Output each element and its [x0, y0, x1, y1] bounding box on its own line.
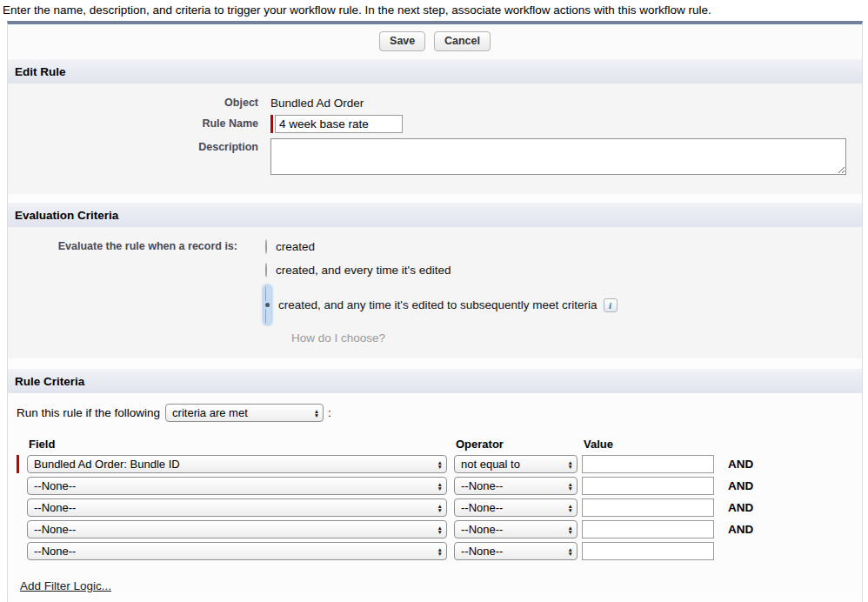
conjunction-label: AND — [728, 523, 780, 536]
operator-select[interactable]: --None-- ▲▼ — [454, 498, 578, 517]
field-select[interactable]: --None-- ▲▼ — [27, 498, 447, 517]
radio-option-label: created, and every time it's edited — [276, 264, 451, 277]
page-intro-text: Enter the name, description, and criteri… — [0, 0, 868, 21]
value-column-header: Value — [582, 438, 714, 451]
section-header-evaluation-criteria: Evaluation Criteria — [8, 203, 862, 227]
select-stepper-icon: ▲▼ — [314, 409, 319, 418]
field-select[interactable]: --None-- ▲▼ — [27, 477, 447, 495]
evaluate-when-label: Evaluate the rule when a record is: — [8, 238, 237, 344]
operator-column-header: Operator — [454, 438, 578, 451]
info-icon[interactable]: i — [604, 298, 618, 312]
select-stepper-icon: ▲▼ — [437, 482, 443, 491]
field-column-header: Field — [27, 438, 447, 451]
evaluation-options: created created, and every time it's edi… — [264, 238, 618, 344]
required-indicator — [17, 455, 19, 473]
radio-focus-ring — [264, 262, 269, 278]
conjunction-label: AND — [728, 458, 780, 471]
object-value: Bundled Ad Order — [270, 94, 364, 110]
rule-criteria-section: Run this rule if the following criteria … — [8, 393, 862, 592]
criteria-row: --None-- ▲▼ --None-- ▲▼ AND — [17, 498, 862, 517]
add-filter-logic-link[interactable]: Add Filter Logic... — [20, 579, 111, 592]
edit-rule-section: Object Bundled Ad Order Rule Name Descri… — [8, 84, 862, 194]
required-indicator — [270, 115, 273, 133]
evaluation-radio-option[interactable]: created, and any time it's edited to sub… — [264, 285, 618, 324]
operator-select[interactable]: --None-- ▲▼ — [454, 520, 578, 538]
radio-option-label: created — [276, 240, 315, 253]
select-stepper-icon: ▲▼ — [437, 460, 443, 469]
criteria-table-header: Field Operator Value — [17, 438, 862, 451]
select-stepper-icon: ▲▼ — [437, 547, 443, 556]
section-header-edit-rule: Edit Rule — [8, 59, 862, 84]
radio-focus-ring — [264, 238, 269, 255]
description-label: Description — [8, 138, 258, 175]
evaluation-criteria-section: Evaluate the rule when a record is: crea… — [8, 227, 862, 358]
operator-select[interactable]: --None-- ▲▼ — [454, 542, 578, 560]
radio-option-label: created, and any time it's edited to sub… — [278, 298, 598, 311]
object-row: Object Bundled Ad Order — [8, 94, 862, 110]
value-input[interactable] — [582, 542, 714, 560]
radio-button-icon[interactable] — [265, 239, 267, 254]
rule-name-label: Rule Name — [8, 115, 258, 133]
evaluation-radio-option[interactable]: created, and every time it's edited — [264, 262, 618, 278]
select-stepper-icon: ▲▼ — [568, 504, 573, 512]
conjunction-label: AND — [728, 479, 780, 492]
select-stepper-icon: ▲▼ — [437, 525, 443, 534]
value-input[interactable] — [582, 455, 714, 473]
value-input[interactable] — [582, 520, 714, 538]
save-button[interactable]: Save — [379, 31, 425, 51]
cancel-button[interactable]: Cancel — [434, 31, 491, 51]
radio-button-icon[interactable] — [265, 286, 270, 324]
description-row: Description — [8, 138, 862, 175]
field-select[interactable]: --None-- ▲▼ — [27, 542, 447, 560]
section-header-rule-criteria: Rule Criteria — [8, 369, 862, 393]
radio-button-icon[interactable] — [265, 263, 267, 278]
object-label: Object — [8, 94, 258, 110]
filter-type-select[interactable]: criteria are met ▲▼ — [165, 404, 324, 422]
radio-focus-ring — [264, 285, 271, 324]
criteria-row: Bundled Ad Order: Bundle ID ▲▼ not equal… — [17, 455, 862, 473]
value-input[interactable] — [582, 498, 714, 517]
how-do-i-choose-link[interactable]: How do I choose? — [291, 331, 618, 344]
criteria-row: --None-- ▲▼ --None-- ▲▼ AND — [17, 477, 862, 495]
operator-select[interactable]: --None-- ▲▼ — [454, 477, 578, 495]
top-toolbar: Save Cancel — [8, 24, 862, 59]
field-select[interactable]: Bundled Ad Order: Bundle ID ▲▼ — [27, 455, 447, 473]
run-rule-label: Run this rule if the following — [17, 406, 160, 419]
field-select[interactable]: --None-- ▲▼ — [27, 520, 447, 538]
rule-name-row: Rule Name — [8, 115, 862, 133]
evaluation-radio-option[interactable]: created — [264, 238, 618, 255]
criteria-row: --None-- ▲▼ --None-- ▲▼ AND — [17, 520, 862, 538]
select-stepper-icon: ▲▼ — [568, 547, 573, 556]
edit-page-container: Save Cancel Edit Rule Object Bundled Ad … — [7, 21, 863, 602]
select-stepper-icon: ▲▼ — [568, 525, 573, 534]
criteria-row: --None-- ▲▼ --None-- ▲▼ — [17, 542, 862, 560]
rule-name-input[interactable] — [275, 115, 403, 133]
conjunction-label: AND — [728, 501, 780, 514]
value-input[interactable] — [582, 477, 714, 495]
run-rule-colon: : — [328, 406, 331, 419]
operator-select[interactable]: not equal to ▲▼ — [454, 455, 578, 473]
select-stepper-icon: ▲▼ — [568, 460, 573, 469]
description-textarea[interactable] — [270, 138, 846, 175]
select-stepper-icon: ▲▼ — [437, 504, 443, 512]
select-stepper-icon: ▲▼ — [568, 482, 573, 491]
